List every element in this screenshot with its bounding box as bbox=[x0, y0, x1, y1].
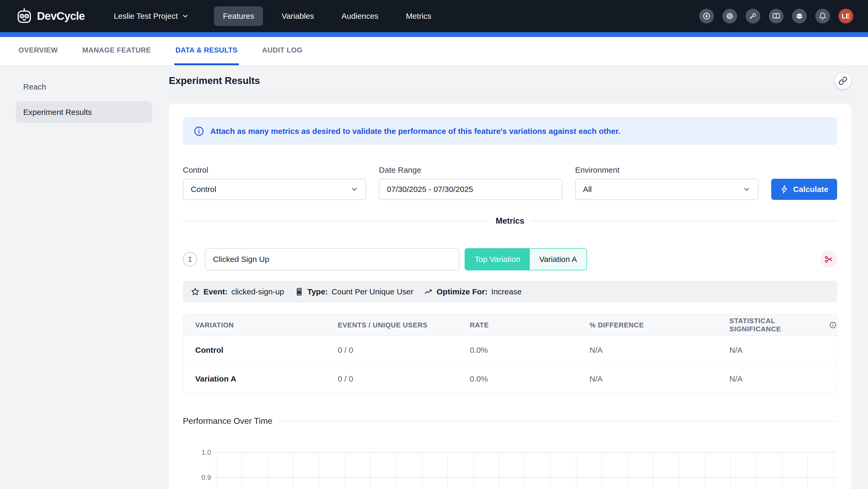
environment-label: Environment bbox=[575, 166, 758, 175]
metrics-divider-label: Metrics bbox=[496, 216, 525, 226]
event-chip: Event: clicked-sign-up bbox=[191, 287, 284, 296]
cell-events: 0 / 0 bbox=[326, 336, 458, 364]
col-events: EVENTS / UNIQUE USERS bbox=[326, 314, 458, 336]
sidebar-item-reach[interactable]: Reach bbox=[16, 76, 152, 98]
remove-metric-button[interactable] bbox=[820, 251, 837, 268]
key-icon bbox=[749, 12, 757, 20]
results-table-header-row: VARIATION EVENTS / UNIQUE USERS RATE % D… bbox=[183, 314, 837, 336]
open-book-icon bbox=[772, 12, 780, 20]
tab-audit-log[interactable]: AUDIT LOG bbox=[261, 46, 304, 65]
date-range-input[interactable]: 07/30/2025 - 07/30/2025 bbox=[379, 179, 562, 200]
performance-chart: 1.0 0.9 bbox=[183, 452, 837, 489]
chevron-down-icon bbox=[743, 185, 751, 193]
performance-title: Performance Over Time bbox=[183, 416, 273, 426]
event-value: clicked-sign-up bbox=[231, 287, 284, 296]
control-label: Control bbox=[183, 166, 366, 175]
nav-item-variables[interactable]: Variables bbox=[273, 6, 323, 26]
chevron-down-icon bbox=[350, 185, 358, 193]
settings-button[interactable] bbox=[722, 9, 737, 24]
environment-select[interactable]: All bbox=[575, 179, 758, 200]
control-filter: Control Control bbox=[183, 166, 366, 200]
info-banner: Attach as many metrics as desired to val… bbox=[183, 117, 837, 145]
bell-icon bbox=[818, 12, 827, 20]
nav-item-metrics[interactable]: Metrics bbox=[397, 6, 440, 26]
accent-bar bbox=[0, 32, 868, 37]
chart-y-axis: 1.0 0.9 bbox=[183, 452, 216, 489]
gridline-1-0 bbox=[216, 452, 837, 453]
chart-plot-area bbox=[216, 452, 837, 489]
docs-button[interactable] bbox=[769, 9, 783, 24]
discord-button[interactable] bbox=[792, 9, 807, 24]
cell-variation: Control bbox=[183, 336, 326, 364]
results-sidebar: Reach Experiment Results bbox=[0, 65, 169, 123]
nav-links: Features Variables Audiences Metrics bbox=[214, 6, 440, 26]
project-selector[interactable]: Leslie Test Project bbox=[114, 11, 189, 21]
gear-icon bbox=[725, 12, 734, 20]
col-difference: % DIFFERENCE bbox=[577, 314, 717, 336]
info-circle-icon bbox=[193, 126, 205, 137]
col-rate: RATE bbox=[458, 314, 577, 336]
info-circle-icon[interactable] bbox=[829, 321, 837, 329]
control-select[interactable]: Control bbox=[183, 179, 366, 200]
nav-item-features[interactable]: Features bbox=[214, 6, 263, 26]
results-table: VARIATION EVENTS / UNIQUE USERS RATE % D… bbox=[183, 314, 837, 394]
optimize-label: Optimize For: bbox=[437, 287, 488, 296]
table-row-variation-a: Variation A 0 / 0 0.0% N/A N/A bbox=[183, 364, 837, 393]
col-significance: STATISTICAL SIGNIFICANCE bbox=[717, 314, 837, 336]
feature-tabs: OVERVIEW MANAGE FEATURE DATA & RESULTS A… bbox=[0, 37, 868, 65]
toggle-top-variation[interactable]: Top Variation bbox=[465, 249, 530, 270]
divider-line bbox=[531, 221, 837, 221]
cell-rate: 0.0% bbox=[458, 336, 577, 364]
metrics-divider: Metrics bbox=[183, 216, 837, 226]
type-label: Type: bbox=[307, 287, 328, 296]
notifications-button[interactable] bbox=[815, 9, 830, 24]
calculate-label: Calculate bbox=[793, 185, 828, 194]
project-name: Leslie Test Project bbox=[114, 11, 178, 21]
col-variation: VARIATION bbox=[183, 314, 326, 336]
tab-manage-feature[interactable]: MANAGE FEATURE bbox=[81, 46, 152, 65]
api-keys-button[interactable] bbox=[746, 9, 761, 24]
cell-rate: 0.0% bbox=[458, 364, 577, 393]
page-title: Experiment Results bbox=[169, 75, 260, 86]
sidebar-item-experiment-results[interactable]: Experiment Results bbox=[16, 102, 152, 123]
y-tick-1-0: 1.0 bbox=[202, 448, 211, 457]
cell-significance: N/A bbox=[717, 364, 837, 393]
star-icon bbox=[191, 287, 200, 296]
optimize-chip: Optimize For: Increase bbox=[424, 287, 522, 296]
date-range-value: 07/30/2025 - 07/30/2025 bbox=[387, 185, 473, 194]
metric-details-strip: Event: clicked-sign-up Type: Count Per U… bbox=[183, 281, 837, 303]
user-avatar[interactable]: LE bbox=[838, 9, 853, 24]
metric-index-badge: 1 bbox=[183, 252, 197, 266]
trend-up-icon bbox=[424, 287, 433, 296]
calculator-icon bbox=[295, 287, 304, 296]
cell-significance: N/A bbox=[717, 336, 837, 364]
calculate-button[interactable]: Calculate bbox=[771, 179, 837, 200]
lightning-bolt-icon bbox=[780, 185, 789, 194]
metric-row: 1 Clicked Sign Up Top Variation Variatio… bbox=[183, 248, 837, 270]
link-icon bbox=[838, 76, 847, 85]
devcycle-robot-logo-icon bbox=[16, 8, 33, 25]
tab-overview[interactable]: OVERVIEW bbox=[18, 46, 59, 65]
date-range-filter: Date Range 07/30/2025 - 07/30/2025 bbox=[379, 166, 562, 200]
toggle-variation-a[interactable]: Variation A bbox=[530, 249, 587, 270]
section-divider-line bbox=[279, 421, 837, 422]
environment-select-value: All bbox=[583, 185, 592, 194]
brand[interactable]: DevCycle bbox=[16, 8, 85, 25]
workspace: Reach Experiment Results Experiment Resu… bbox=[0, 65, 868, 489]
experiment-results-card: Attach as many metrics as desired to val… bbox=[169, 104, 851, 489]
performance-section-header: Performance Over Time bbox=[183, 416, 837, 426]
copy-link-button[interactable] bbox=[835, 73, 851, 89]
plus-circle-icon bbox=[702, 12, 711, 20]
main-header: Experiment Results bbox=[169, 65, 851, 97]
nav-item-audiences[interactable]: Audiences bbox=[333, 6, 387, 26]
optimize-value: Increase bbox=[491, 287, 522, 296]
divider-line bbox=[183, 221, 489, 221]
nav-actions: LE bbox=[699, 9, 853, 24]
tab-data-results[interactable]: DATA & RESULTS bbox=[175, 46, 239, 65]
discord-icon bbox=[795, 12, 804, 20]
filters-row: Control Control Date Range 07/30/2025 - … bbox=[183, 166, 837, 200]
add-button[interactable] bbox=[699, 9, 714, 24]
cell-difference: N/A bbox=[577, 336, 717, 364]
banner-text: Attach as many metrics as desired to val… bbox=[210, 127, 620, 136]
metric-name-input[interactable]: Clicked Sign Up bbox=[205, 248, 459, 270]
